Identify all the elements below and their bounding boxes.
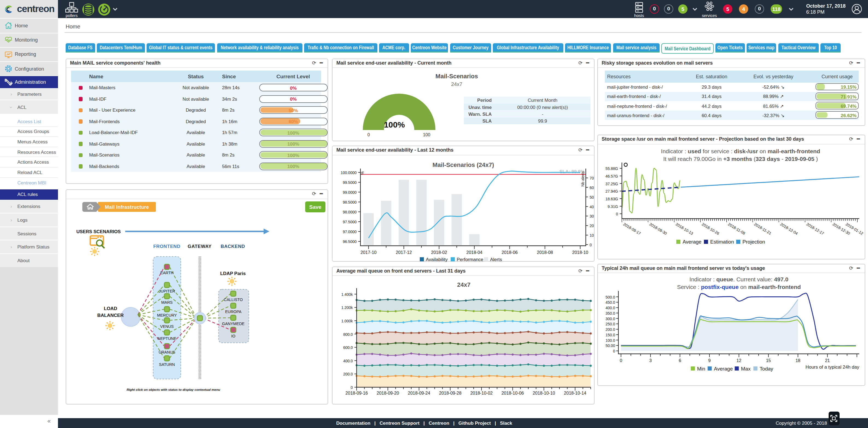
svg-text:9: 9 <box>708 358 711 363</box>
svg-text:Projection: Projection <box>742 239 765 245</box>
svg-text:hosts: hosts <box>634 13 644 18</box>
svg-text:600.0: 600.0 <box>343 345 353 349</box>
svg-text:20: 20 <box>590 224 594 228</box>
svg-text:0: 0 <box>590 243 592 247</box>
svg-text:URANUS: URANUS <box>159 350 175 354</box>
svg-text:Min: Min <box>697 366 705 371</box>
svg-text:0: 0 <box>350 385 353 390</box>
svg-text:SLA: SLA <box>483 118 492 123</box>
svg-text:2018-02: 2018-02 <box>431 250 447 255</box>
svg-text:Current Month: Current Month <box>528 97 558 103</box>
svg-text:2018-09-17: 2018-09-17 <box>622 222 642 236</box>
svg-text:250.0: 250.0 <box>606 321 615 326</box>
svg-text:%: % <box>360 171 365 175</box>
svg-text:24x7: 24x7 <box>451 81 462 87</box>
svg-text:Availability: Availability <box>426 257 448 262</box>
svg-text:GANYMEDE: GANYMEDE <box>222 321 245 326</box>
svg-text:27.94G: 27.94G <box>606 189 618 194</box>
svg-text:2018-10-10: 2018-10-10 <box>533 391 555 395</box>
svg-text:300.0: 300.0 <box>606 316 615 321</box>
svg-text:Estimation: Estimation <box>710 239 734 245</box>
svg-text:18: 18 <box>796 358 801 363</box>
svg-text:70: 70 <box>590 176 594 180</box>
svg-text:-: - <box>542 111 544 117</box>
svg-text:Service : postfix-queue on mai: Service : postfix-queue on mail-earth-fr… <box>677 284 801 290</box>
svg-text:21: 21 <box>825 358 830 363</box>
svg-text:CALLISTO: CALLISTO <box>224 297 243 302</box>
svg-text:6: 6 <box>679 358 681 363</box>
svg-text:99.5000: 99.5000 <box>343 180 356 185</box>
svg-text:15: 15 <box>766 358 771 363</box>
svg-text:Indicator : used for service :: Indicator : used for service : disk-/usr… <box>661 148 820 154</box>
svg-text:0: 0 <box>620 358 622 363</box>
svg-text:Average: Average <box>683 239 702 245</box>
svg-text:2018-04: 2018-04 <box>466 250 483 255</box>
svg-text:2018-10-26: 2018-10-26 <box>701 222 720 236</box>
svg-text:99.9: 99.9 <box>538 118 547 123</box>
svg-text:pollers: pollers <box>66 13 78 18</box>
svg-text:55.88G: 55.88G <box>606 166 618 171</box>
svg-text:10: 10 <box>590 233 594 237</box>
svg-text:EARTH: EARTH <box>160 270 174 275</box>
svg-text:12: 12 <box>737 358 741 363</box>
svg-text:2018-10-14: 2018-10-14 <box>564 391 586 395</box>
svg-text:Today: Today <box>760 366 773 371</box>
svg-text:2017-10: 2017-10 <box>361 250 377 255</box>
svg-text:60: 60 <box>590 186 594 190</box>
svg-text:2018-10: 2018-10 <box>572 250 588 255</box>
svg-text:0: 0 <box>613 349 615 353</box>
svg-text:Period: Period <box>477 97 492 103</box>
svg-text:2018-10-06: 2018-10-06 <box>501 391 524 395</box>
svg-text:2018-12-04: 2018-12-04 <box>779 222 799 236</box>
svg-text:100%: 100% <box>384 120 405 129</box>
svg-text:100.0000: 100.0000 <box>341 170 357 175</box>
svg-text:SATURN: SATURN <box>159 362 175 367</box>
svg-text:400.0: 400.0 <box>343 359 353 363</box>
svg-text:96.5000: 96.5000 <box>343 239 356 244</box>
svg-text:2018-06: 2018-06 <box>501 250 518 255</box>
svg-text:200.0: 200.0 <box>606 327 615 332</box>
svg-text:500.0: 500.0 <box>606 295 615 299</box>
svg-text:9.31G: 9.31G <box>608 204 618 209</box>
svg-text:services: services <box>702 13 717 18</box>
svg-text:MERCURY: MERCURY <box>157 313 177 317</box>
svg-text:It will reach 79.00Go in +3 mo: It will reach 79.00Go in +3 months (323 … <box>663 156 818 162</box>
svg-text:Indicator : queue. Current val: Indicator : queue. Current value: 497.0 <box>689 276 788 282</box>
svg-text:Mail-Scenarios (24x7): Mail-Scenarios (24x7) <box>433 162 494 168</box>
svg-text:JUPITER: JUPITER <box>159 289 175 293</box>
svg-text:50: 50 <box>590 195 594 199</box>
svg-text:BACKEND: BACKEND <box>221 244 245 249</box>
svg-text:1.400k: 1.400k <box>341 292 353 296</box>
svg-text:98.0000: 98.0000 <box>343 210 356 214</box>
svg-text:00:00:00 (0 new alert(s)): 00:00:00 (0 new alert(s)) <box>517 105 568 110</box>
svg-text:100: 100 <box>423 132 430 137</box>
svg-text:18.63G: 18.63G <box>606 197 618 201</box>
svg-text:450.0: 450.0 <box>606 300 615 304</box>
svg-text:LDAP Paris: LDAP Paris <box>220 270 246 276</box>
svg-text:BALANCER: BALANCER <box>97 313 124 318</box>
svg-text:2018-09-28: 2018-09-28 <box>439 391 461 395</box>
svg-text:2018-09-30: 2018-09-30 <box>649 222 668 236</box>
svg-text:Hours of a typical 24h day: Hours of a typical 24h day <box>805 364 859 369</box>
svg-text:2018-09-24: 2018-09-24 <box>408 391 430 395</box>
svg-text:IO: IO <box>231 334 235 338</box>
svg-text:0: 0 <box>368 132 370 137</box>
svg-text:NEPTUNE: NEPTUNE <box>157 336 176 341</box>
svg-text:97.5000: 97.5000 <box>343 220 356 224</box>
svg-text:1.200k: 1.200k <box>341 305 353 310</box>
svg-text:150.0: 150.0 <box>606 333 615 337</box>
svg-text:800.0: 800.0 <box>343 332 353 336</box>
svg-text:97.0000: 97.0000 <box>343 230 356 234</box>
svg-text:EUROPA: EUROPA <box>225 310 242 314</box>
svg-text:2018-11-08: 2018-11-08 <box>727 222 746 236</box>
svg-text:2018-08: 2018-08 <box>537 250 553 255</box>
svg-text:Alerts: Alerts <box>490 257 502 262</box>
svg-text:GATEWAY: GATEWAY <box>188 244 211 249</box>
svg-text:100.0: 100.0 <box>606 338 615 342</box>
svg-text:24x7: 24x7 <box>457 281 471 288</box>
svg-text:LOAD: LOAD <box>104 306 117 311</box>
svg-text:MARS: MARS <box>161 300 173 305</box>
svg-text:37.25G: 37.25G <box>606 182 618 186</box>
svg-text:46.57G: 46.57G <box>606 174 618 178</box>
svg-text:Right click on objects with st: Right click on objects with status to di… <box>127 388 220 392</box>
